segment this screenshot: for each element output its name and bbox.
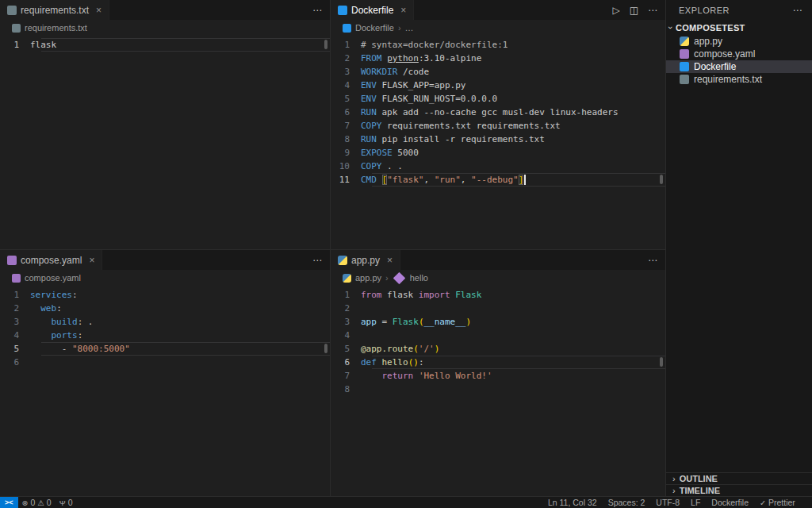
line-content: flask [30, 38, 56, 52]
cursor-position-indicator[interactable]: Ln 11, Col 32 [542, 498, 603, 507]
code-editor-app[interactable]: 1from flask import Flask23app = Flask(__… [331, 286, 665, 496]
close-icon[interactable]: × [400, 5, 406, 16]
explorer-item-app.py[interactable]: app.py [666, 35, 812, 48]
explorer-item-compose.yaml[interactable]: compose.yaml [666, 48, 812, 60]
close-icon[interactable]: × [89, 255, 94, 266]
code-line[interactable]: 3 build: . [0, 315, 330, 329]
code-token: FROM [361, 53, 382, 64]
code-token [377, 175, 382, 185]
code-line[interactable]: 2 [331, 302, 665, 315]
code-token: build [52, 317, 78, 327]
code-token: : [78, 330, 83, 341]
code-line[interactable]: 5@app.route('/') [331, 342, 665, 356]
ports-icon: Ψ [59, 498, 66, 507]
explorer-item-Dockerfile[interactable]: Dockerfile [666, 60, 812, 73]
code-line[interactable]: 2 web: [0, 302, 330, 315]
code-token: __name__ [424, 317, 466, 327]
breadcrumb-item[interactable]: requirements.txt [25, 23, 87, 33]
overview-ruler-cursor-mark [324, 344, 327, 353]
close-icon[interactable]: × [387, 255, 393, 266]
code-token: @app.route [361, 344, 413, 354]
breadcrumb[interactable]: app.py›hello [331, 270, 665, 286]
breadcrumb-item[interactable]: app.py [355, 273, 381, 283]
more-actions-button[interactable]: ⋯ [648, 5, 657, 16]
code-token: 'Hello World!' [419, 371, 492, 381]
code-line[interactable]: 1services: [0, 288, 330, 302]
tab-compose[interactable]: compose.yaml × [0, 250, 102, 270]
encoding-indicator[interactable]: UTF-8 [650, 498, 685, 507]
code-line[interactable]: 9EXPOSE 5000 [331, 146, 665, 160]
code-token: : . [78, 317, 94, 327]
code-line[interactable]: 8 [331, 383, 665, 396]
code-line[interactable]: 3app = Flask(__name__) [331, 315, 665, 329]
eol-indicator[interactable]: LF [685, 498, 706, 507]
code-line[interactable]: 1# syntax=docker/dockerfile:1 [331, 38, 665, 52]
breadcrumb-item[interactable]: … [405, 23, 414, 33]
breadcrumb[interactable]: requirements.txt [0, 20, 330, 36]
language-mode-indicator[interactable]: Dockerfile [706, 498, 754, 507]
code-line[interactable]: 4 ports: [0, 329, 330, 342]
tab-app[interactable]: app.py × [331, 250, 400, 270]
formatter-indicator[interactable]: ✓ Prettier [754, 498, 812, 507]
code-line[interactable]: 7COPY requirements.txt requirements.txt [331, 119, 665, 133]
error-count: 0 [30, 498, 35, 507]
code-token: ( [413, 344, 419, 354]
code-token: CMD [361, 175, 377, 185]
breadcrumb[interactable]: Dockerfile›… [331, 20, 665, 36]
breadcrumb-item[interactable]: compose.yaml [25, 273, 81, 283]
code-line[interactable]: 5ENV FLASK_RUN_HOST=0.0.0.0 [331, 92, 665, 106]
code-line[interactable]: 6def hello(): [331, 356, 665, 369]
code-line[interactable]: 11CMD ["flask", "run", "--debug"] [331, 173, 665, 187]
line-number: 6 [331, 106, 361, 119]
code-line[interactable]: 4ENV FLASK_APP=app.py [331, 79, 665, 92]
line-content: ENV FLASK_RUN_HOST=0.0.0.0 [361, 92, 497, 106]
line-number: 7 [331, 119, 361, 133]
code-line[interactable]: 7 return 'Hello World!' [331, 369, 665, 383]
tab-requirements[interactable]: requirements.txt × [0, 0, 109, 20]
code-line[interactable]: 6 [0, 356, 330, 369]
yaml-icon [680, 49, 689, 59]
code-line[interactable]: 6RUN apk add --no-cache gcc musl-dev lin… [331, 106, 665, 119]
code-token: app [361, 317, 377, 327]
code-line[interactable]: 8RUN pip install -r requirements.txt [331, 133, 665, 146]
code-line[interactable]: 3WORKDIR /code [331, 65, 665, 79]
remote-icon: >< [5, 498, 13, 506]
code-line[interactable]: 5 - "8000:5000" [0, 342, 330, 356]
more-actions-button[interactable]: ⋯ [312, 255, 322, 266]
ports-indicator[interactable]: Ψ 0 [56, 498, 77, 507]
section-label: COMPOSETEST [676, 23, 745, 33]
close-icon[interactable]: × [96, 5, 102, 16]
tab-bar: compose.yaml × ⋯ [0, 250, 330, 270]
run-button[interactable]: ▷ [612, 5, 619, 16]
line-content: EXPOSE 5000 [361, 146, 419, 160]
more-actions-button[interactable]: ⋯ [793, 5, 803, 16]
split-editor-button[interactable]: ◫ [630, 5, 638, 16]
code-line[interactable]: 4 [331, 329, 665, 342]
code-line[interactable]: 1flask [0, 38, 330, 52]
breadcrumb-separator: › [398, 23, 401, 33]
breadcrumb-item[interactable]: Dockerfile [355, 23, 394, 33]
line-number: 5 [331, 342, 361, 356]
indentation-indicator[interactable]: Spaces: 2 [603, 498, 651, 507]
explorer-sidebar: EXPLORER ⋯ › COMPOSETEST app.pycompose.y… [666, 0, 812, 496]
more-actions-button[interactable]: ⋯ [648, 255, 657, 266]
code-editor-compose[interactable]: 1services:2 web:3 build: .4 ports:5 - "8… [0, 286, 330, 496]
line-content: - "8000:5000" [30, 342, 130, 356]
sidebar-section-outline[interactable]: ›OUTLINE [666, 472, 812, 484]
code-editor-dockerfile[interactable]: 1# syntax=docker/dockerfile:12FROM pytho… [331, 36, 665, 249]
remote-indicator[interactable]: >< [0, 497, 18, 508]
tab-dockerfile[interactable]: Dockerfile × [331, 0, 414, 20]
explorer-section-composetest[interactable]: › COMPOSETEST [666, 21, 812, 35]
code-editor-requirements[interactable]: 1flask [0, 36, 330, 249]
more-actions-button[interactable]: ⋯ [312, 5, 322, 16]
explorer-item-requirements.txt[interactable]: requirements.txt [666, 73, 812, 86]
code-line[interactable]: 10COPY . . [331, 160, 665, 173]
problems-indicator[interactable]: ⊗ 0 ⚠ 0 [18, 498, 56, 507]
line-content: services: [30, 288, 78, 302]
line-content: web: [30, 302, 62, 315]
breadcrumb[interactable]: compose.yaml [0, 270, 330, 286]
breadcrumb-item[interactable]: hello [410, 273, 428, 283]
sidebar-section-timeline[interactable]: ›TIMELINE [666, 484, 812, 496]
code-line[interactable]: 1from flask import Flask [331, 288, 665, 302]
code-line[interactable]: 2FROM python:3.10-alpine [331, 52, 665, 65]
